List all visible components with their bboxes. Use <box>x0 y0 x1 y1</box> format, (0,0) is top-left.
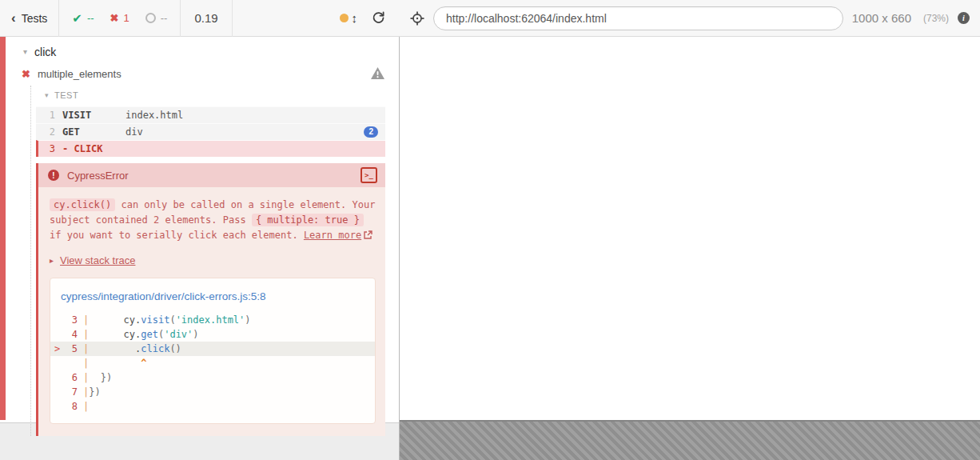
viewport-scale: (73%) <box>923 13 949 24</box>
attempt-label: TEST <box>54 90 78 100</box>
stack-toggle-label: View stack trace <box>60 254 135 266</box>
test-body: ▾ TEST 1VISITindex.html2GETdiv23- CLICK … <box>30 86 399 436</box>
selector-playground-button[interactable] <box>410 11 424 26</box>
test-stats: ✔ -- ✖ 1 -- <box>59 11 180 26</box>
code-line: 8| <box>50 399 375 414</box>
restart-tests-button[interactable] <box>372 11 385 25</box>
test-duration: 0.19 <box>180 0 232 37</box>
code-chip: cy.click() <box>50 198 115 211</box>
url-bar[interactable]: http://localhost:62064/index.html <box>433 6 843 30</box>
stat-pending[interactable]: -- <box>145 12 168 24</box>
back-label: Tests <box>22 12 48 25</box>
code-line: 7|}) <box>50 385 375 399</box>
pending-circle-icon <box>145 13 156 23</box>
check-icon: ✔ <box>72 11 82 26</box>
learn-more-link[interactable]: Learn more <box>304 230 361 241</box>
test-failed-x-icon: ✖ <box>22 68 30 80</box>
error-message: cy.click() can only be called on a singl… <box>50 198 377 243</box>
code-line: 3| cy.visit('index.html') <box>50 313 375 327</box>
refresh-icon <box>372 11 385 25</box>
command-list: 1VISITindex.html2GETdiv23- CLICK <box>36 106 385 157</box>
code-frame: cypress/integration/driver/click-errors.… <box>50 278 376 424</box>
url-text: http://localhost:62064/index.html <box>446 12 607 25</box>
code-chip: { multiple: true } <box>252 214 364 226</box>
chevron-down-icon: ▾ <box>45 92 49 99</box>
aut-background <box>400 37 980 460</box>
passed-count: -- <box>87 12 94 24</box>
error-body: cy.click() can only be called on a singl… <box>38 187 385 436</box>
code-line: 4| cy.get('div') <box>50 327 375 342</box>
aut-header: http://localhost:62064/index.html 1000 x… <box>400 0 980 36</box>
stat-passed[interactable]: ✔ -- <box>72 11 94 26</box>
error-bang-icon: ! <box>48 170 59 181</box>
command-row[interactable]: 2GETdiv2 <box>36 123 385 140</box>
back-chevron-icon: ‹ <box>11 11 16 25</box>
stat-failed[interactable]: ✖ 1 <box>110 12 129 24</box>
viewport-info-icon[interactable]: i <box>958 12 970 24</box>
code-line: >5| .click() <box>50 342 375 356</box>
print-to-console-button[interactable]: >_ <box>361 167 377 183</box>
view-stack-trace-toggle[interactable]: ▸ View stack trace <box>50 254 376 266</box>
external-link-icon <box>364 230 372 239</box>
reporter-panel: ▾ click ✖ multiple_elements ▾ TEST 1VISI… <box>0 37 400 460</box>
scroll-status-dot-icon <box>340 14 349 22</box>
duration-value: 0.19 <box>194 11 217 25</box>
test-title: multiple_elements <box>38 68 122 80</box>
suite-title: click <box>34 46 56 58</box>
updown-arrows-icon: ↕ <box>352 11 358 25</box>
error-block: ! CypressError >_ cy.click() can only be… <box>36 163 385 436</box>
crosshair-icon <box>410 11 424 26</box>
auto-scroll-toggle[interactable]: ↕ <box>340 11 358 25</box>
back-to-tests-button[interactable]: ‹ Tests <box>0 0 58 36</box>
attempt-header[interactable]: ▾ TEST <box>31 86 399 104</box>
test-multiple-elements[interactable]: ✖ multiple_elements <box>0 62 399 86</box>
command-row[interactable]: 3- CLICK <box>36 140 385 157</box>
failed-count: 1 <box>124 12 129 24</box>
code-line: | ^ <box>50 356 375 370</box>
code-line: 6| }) <box>50 370 375 385</box>
reporter-header: ‹ Tests ✔ -- ✖ 1 -- 0.19 ↕ <box>0 0 400 36</box>
error-header: ! CypressError >_ <box>38 163 385 187</box>
chevron-down-icon: ▾ <box>23 48 27 56</box>
command-log: ▾ click ✖ multiple_elements ▾ TEST 1VISI… <box>0 37 399 436</box>
warning-triangle-icon <box>370 66 385 82</box>
fail-x-icon: ✖ <box>110 12 119 24</box>
viewport-size: 1000 x 660 <box>852 11 911 25</box>
pending-count: -- <box>161 12 168 24</box>
top-header: ‹ Tests ✔ -- ✖ 1 -- 0.19 ↕ <box>0 0 980 37</box>
aut-iframe[interactable] <box>400 37 980 422</box>
code-lines: 3| cy.visit('index.html')4| cy.get('div'… <box>50 313 375 414</box>
code-frame-file-link[interactable]: cypress/integration/driver/click-errors.… <box>50 290 375 302</box>
element-count-badge: 2 <box>364 126 378 138</box>
error-title: CypressError <box>67 170 353 182</box>
command-row[interactable]: 1VISITindex.html <box>36 106 385 123</box>
suite-click[interactable]: ▾ click <box>0 42 399 62</box>
chevron-right-icon: ▸ <box>50 256 54 265</box>
